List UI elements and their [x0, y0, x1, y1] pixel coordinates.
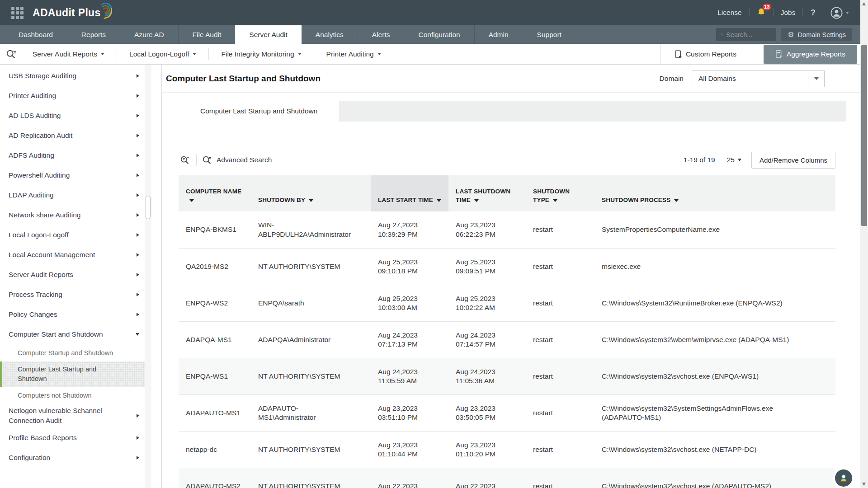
sidebar-item[interactable]: Powershell Auditing	[0, 165, 145, 185]
nav-tab[interactable]: Support	[523, 25, 576, 44]
cell-shutdown-process: C:\Windows\system32\SystemSettingsAdminF…	[594, 404, 835, 422]
nav-tab[interactable]: Configuration	[404, 25, 474, 44]
table-row[interactable]: ADAPAUTO-MS1 ADAPAUTO-MS1\Administrator …	[179, 394, 835, 431]
scrollbar-down-arrow-icon[interactable]	[862, 483, 866, 486]
sidebar-item[interactable]: AD Replication Audit	[0, 126, 145, 145]
column-header[interactable]: SHUTDOWN PROCESS	[594, 175, 835, 211]
toolbar-menu[interactable]: Server Audit Reports	[20, 50, 117, 58]
cell-computer-name: netapp-dc	[179, 445, 251, 454]
chevron-right-icon	[137, 313, 139, 316]
nav-tab[interactable]: Dashboard	[5, 25, 67, 44]
sidebar-item[interactable]: Local Account Management	[0, 245, 145, 265]
report-tab-active[interactable]: Computer Last Startup and Shutdown	[179, 101, 339, 122]
column-header[interactable]: LAST START TIME	[371, 175, 448, 211]
global-search-box[interactable]	[716, 28, 776, 41]
chat-person-icon	[839, 473, 849, 483]
column-header[interactable]: LAST SHUTDOWN TIME	[448, 175, 526, 211]
sidebar-item[interactable]: Netlogon vulnerable Schannel Connection …	[0, 404, 145, 428]
sidebar-subitem[interactable]: Computer Last Startup and Shutdown	[0, 361, 151, 387]
table-row[interactable]: netapp-dc NT AUTHORITY\SYSTEM Aug 23,202…	[179, 431, 835, 468]
gear-icon: ⚙	[788, 31, 794, 38]
sidebar-item[interactable]: Configuration	[0, 448, 145, 468]
toolbar-menu[interactable]: File Integrity Monitoring	[209, 50, 313, 58]
sidebar-item[interactable]: Server Audit Reports	[0, 265, 145, 285]
support-chat-widget[interactable]	[835, 469, 852, 487]
toolbar-menu[interactable]: Local Logon-Logoff	[117, 50, 208, 58]
report-table: COMPUTER NAME SHUTDOWN BY LAST START TIM…	[179, 175, 835, 488]
sidebar-item[interactable]: LDAP Auditing	[0, 185, 145, 205]
page-scrollbar[interactable]	[860, 0, 868, 488]
toolbar-menu[interactable]: Printer Auditing	[314, 50, 393, 58]
sidebar-subitem[interactable]: Computer Startup and Shutdown	[0, 344, 145, 361]
sidebar-item[interactable]: ADFS Auditing	[0, 145, 145, 165]
sidebar-subitem[interactable]: Computers not Shutdown	[0, 387, 145, 404]
table-row[interactable]: QA2019-MS2 NT AUTHORITY\SYSTEM Aug 25,20…	[179, 248, 835, 285]
apps-grid-icon[interactable]	[11, 7, 24, 19]
domain-settings-label: Domain Settings	[798, 31, 846, 38]
scrollbar-thumb[interactable]	[861, 45, 867, 226]
scrollbar-up-arrow-icon[interactable]	[862, 2, 866, 5]
sidebar-item[interactable]: Computer Start and Shutdown	[0, 324, 145, 344]
nav-tab[interactable]: Analytics	[302, 25, 358, 44]
license-link[interactable]: License	[717, 9, 741, 17]
advanced-search-label[interactable]: Advanced Search	[217, 156, 272, 164]
nav-tab[interactable]: Reports	[67, 25, 120, 44]
sidebar-item[interactable]: Process Tracking	[0, 285, 145, 305]
cell-last-shutdown-time: Aug 24,202307:14:57 PM	[448, 331, 526, 349]
column-header[interactable]: SHUTDOWN TYPE	[526, 175, 594, 211]
custom-reports-button[interactable]: Custom Reports	[660, 44, 750, 64]
chevron-down-icon	[193, 53, 196, 55]
table-row[interactable]: ADAPAUTO-MS2 NT AUTHORITY\SYSTEM Aug 22,…	[179, 468, 835, 488]
aggregate-reports-button[interactable]: Aggregate Reports	[764, 45, 857, 64]
sidebar-item[interactable]: Local Logon-Logoff	[0, 225, 145, 245]
sidebar-scrollbar-track[interactable]	[145, 65, 151, 488]
nav-tab[interactable]: File Audit	[178, 25, 236, 44]
cell-shutdown-by: NT AUTHORITY\SYSTEM	[251, 262, 371, 271]
nav-tab[interactable]: Admin	[474, 25, 523, 44]
page-size-selector[interactable]: 25	[727, 156, 741, 164]
column-search-icon[interactable]	[180, 155, 190, 165]
table-row[interactable]: ENPQA-BKMS1 WIN-ABLP9DULH2A\Administrato…	[179, 211, 835, 248]
nav-tab[interactable]: Azure AD	[120, 25, 178, 44]
cell-shutdown-by: ADAPQA\Administrator	[251, 335, 371, 344]
sidebar-item[interactable]: Network share Auditing	[0, 205, 145, 225]
sidebar-item-label: Network share Auditing	[9, 210, 133, 220]
advanced-search-icon[interactable]	[202, 155, 212, 165]
column-header[interactable]: SHUTDOWN BY	[251, 175, 371, 211]
jobs-link[interactable]: Jobs	[781, 9, 796, 17]
primary-nav-bar: Dashboard Reports Azure AD File Audit Se…	[0, 25, 868, 44]
sidebar-item[interactable]: Profile Based Reports	[0, 428, 145, 448]
sidebar-item[interactable]: Policy Changes	[0, 305, 145, 324]
cell-shutdown-process: SystemPropertiesComputerName.exe	[594, 225, 835, 234]
cell-shutdown-process: C:\Windows\System32\RuntimeBroker.exe (E…	[594, 299, 835, 308]
table-row[interactable]: ENPQA-WS2 ENPQA\sarath Aug 25,202310:03:…	[179, 285, 835, 321]
column-header[interactable]: COMPUTER NAME	[179, 175, 251, 211]
cell-shutdown-type: restart	[526, 299, 594, 308]
sidebar-item[interactable]: USB Storage Auditing	[0, 66, 145, 86]
domain-settings-button[interactable]: ⚙ Domain Settings	[781, 28, 852, 41]
app-logo[interactable]: ADAudit Plus	[33, 0, 101, 25]
chevron-down-icon	[845, 12, 849, 14]
sidebar-item-label: AD LDS Auditing	[9, 111, 133, 121]
chevron-right-icon	[137, 273, 139, 277]
notifications-button[interactable]: 13	[757, 7, 766, 19]
user-account-menu[interactable]	[830, 7, 849, 19]
chevron-right-icon	[137, 414, 139, 418]
top-header-bar: ADAudit Plus License 13 Jobs ?	[0, 0, 868, 25]
sidebar-item[interactable]: Printer Auditing	[0, 86, 145, 106]
table-row[interactable]: ADAPQA-MS1 ADAPQA\Administrator Aug 24,2…	[179, 321, 835, 358]
add-remove-columns-button[interactable]: Add/Remove Columns	[751, 152, 835, 169]
report-search-icon[interactable]	[6, 49, 17, 59]
help-icon[interactable]: ?	[810, 8, 816, 18]
sidebar-subitem-label: Computer Startup and Shutdown	[18, 348, 113, 358]
nav-tab-label: Reports	[81, 31, 106, 39]
nav-tab[interactable]: Server Audit	[235, 25, 301, 44]
table-row[interactable]: ENPQA-WS1 NT AUTHORITY\SYSTEM Aug 24,202…	[179, 358, 835, 394]
search-input[interactable]	[726, 31, 771, 38]
nav-tab[interactable]: Alerts	[358, 25, 404, 44]
sidebar-item[interactable]: AD LDS Auditing	[0, 106, 145, 126]
sidebar-scrollbar-thumb[interactable]	[146, 196, 151, 219]
logo-swoosh-icon	[99, 1, 113, 21]
chevron-right-icon	[137, 134, 139, 137]
domain-dropdown[interactable]: All Domains	[692, 70, 825, 87]
